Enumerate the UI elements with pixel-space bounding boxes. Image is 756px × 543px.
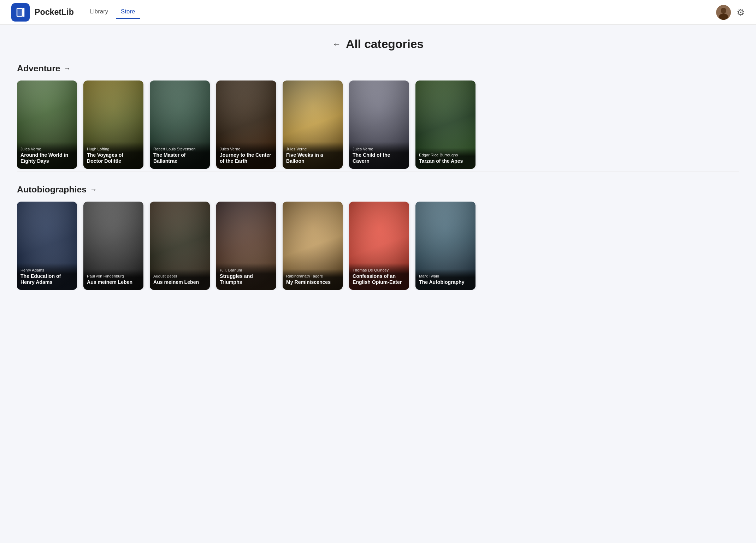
- book-author: Rabindranath Tagore: [286, 274, 339, 278]
- book-title: Tarzan of the Apes: [419, 158, 472, 165]
- category-arrow-autobiographies[interactable]: →: [90, 186, 97, 193]
- book-author: Hugh Lofting: [87, 147, 140, 151]
- app-logo[interactable]: [11, 3, 30, 22]
- book-title: The Master of Ballantrae: [153, 152, 206, 165]
- book-author: P. T. Barnum: [220, 268, 273, 272]
- settings-icon[interactable]: ⚙: [737, 7, 745, 18]
- section-divider: [17, 172, 739, 172]
- book-card[interactable]: Rabindranath TagoreMy Reminiscences: [283, 202, 343, 290]
- category-section-autobiographies: Autobiographies→ Henry AdamsThe Educatio…: [17, 185, 739, 290]
- avatar-image: [716, 5, 731, 20]
- book-title: Around the World in Eighty Days: [20, 152, 73, 165]
- book-author: August Bebel: [153, 274, 206, 278]
- header-right: ⚙: [716, 5, 745, 20]
- books-row-autobiographies: Henry AdamsThe Education of Henry Adams …: [17, 202, 739, 290]
- category-title-autobiographies: Autobiographies: [17, 185, 87, 195]
- back-button[interactable]: ←: [332, 39, 341, 49]
- categories-container: Adventure→ Jules VerneAround the World i…: [17, 64, 739, 290]
- main-nav: Library Store: [85, 5, 140, 19]
- book-title: Five Weeks in a Balloon: [286, 152, 339, 165]
- book-title: Aus meinem Leben: [87, 279, 140, 286]
- book-author: Jules Verne: [20, 147, 73, 151]
- book-author: Henry Adams: [20, 268, 73, 272]
- book-author: Thomas De Quincey: [353, 268, 406, 272]
- category-header-adventure: Adventure→: [17, 64, 739, 73]
- book-author: Jules Verne: [220, 147, 273, 151]
- book-card[interactable]: Jules VerneAround the World in Eighty Da…: [17, 80, 77, 169]
- category-arrow-adventure[interactable]: →: [64, 65, 71, 72]
- book-info-overlay: Jules VerneThe Child of the Cavern: [349, 142, 409, 169]
- book-card[interactable]: Thomas De QuinceyConfessions of an Engli…: [349, 202, 409, 290]
- book-author: Mark Twain: [419, 274, 472, 278]
- book-card[interactable]: Jules VerneJourney to the Center of the …: [216, 80, 276, 169]
- page-header: ← All categories: [17, 37, 739, 51]
- book-card[interactable]: Edgar Rice BurroughsTarzan of the Apes: [415, 80, 476, 169]
- app-name: PocketLib: [35, 7, 74, 17]
- app-header: PocketLib Library Store ⚙: [0, 0, 756, 25]
- book-card[interactable]: Jules VerneFive Weeks in a Balloon: [283, 80, 343, 169]
- book-info-overlay: Thomas De QuinceyConfessions of an Engli…: [349, 263, 409, 290]
- book-info-overlay: Hugh LoftingThe Voyages of Doctor Dolitt…: [83, 142, 143, 169]
- book-author: Jules Verne: [353, 147, 406, 151]
- book-author: Paul von Hindenburg: [87, 274, 140, 278]
- book-info-overlay: P. T. BarnumStruggles and Triumphs: [216, 263, 276, 290]
- book-card[interactable]: Paul von HindenburgAus meinem Leben: [83, 202, 143, 290]
- category-title-adventure: Adventure: [17, 64, 60, 73]
- nav-store[interactable]: Store: [116, 5, 140, 19]
- book-info-overlay: Edgar Rice BurroughsTarzan of the Apes: [415, 148, 476, 169]
- book-card[interactable]: Hugh LoftingThe Voyages of Doctor Dolitt…: [83, 80, 143, 169]
- book-card[interactable]: Jules VerneThe Child of the Cavern: [349, 80, 409, 169]
- book-card[interactable]: Henry AdamsThe Education of Henry Adams: [17, 202, 77, 290]
- page-title: All categories: [346, 37, 424, 51]
- user-avatar[interactable]: [716, 5, 731, 20]
- svg-rect-3: [23, 8, 24, 17]
- category-header-autobiographies: Autobiographies→: [17, 185, 739, 195]
- book-author: Robert Louis Stevenson: [153, 147, 206, 151]
- book-card[interactable]: P. T. BarnumStruggles and Triumphs: [216, 202, 276, 290]
- book-title: The Child of the Cavern: [353, 152, 406, 165]
- svg-point-5: [721, 8, 726, 13]
- book-info-overlay: Robert Louis StevensonThe Master of Ball…: [150, 142, 210, 169]
- book-info-overlay: Paul von HindenburgAus meinem Leben: [83, 269, 143, 290]
- book-info-overlay: August BebelAus meinem Leben: [150, 269, 210, 290]
- book-title: The Voyages of Doctor Dolittle: [87, 152, 140, 165]
- book-title: Confessions of an English Opium-Eater: [353, 273, 406, 286]
- category-section-adventure: Adventure→ Jules VerneAround the World i…: [17, 64, 739, 172]
- book-title: The Education of Henry Adams: [20, 273, 73, 286]
- book-info-overlay: Jules VerneJourney to the Center of the …: [216, 142, 276, 169]
- nav-library[interactable]: Library: [85, 5, 113, 19]
- book-info-overlay: Jules VerneFive Weeks in a Balloon: [283, 142, 343, 169]
- book-author: Edgar Rice Burroughs: [419, 153, 472, 157]
- book-title: Journey to the Center of the Earth: [220, 152, 273, 165]
- book-info-overlay: Henry AdamsThe Education of Henry Adams: [17, 263, 77, 290]
- book-title: The Autobiography: [419, 279, 472, 286]
- book-title: Struggles and Triumphs: [220, 273, 273, 286]
- book-info-overlay: Rabindranath TagoreMy Reminiscences: [283, 269, 343, 290]
- book-author: Jules Verne: [286, 147, 339, 151]
- book-card[interactable]: Robert Louis StevensonThe Master of Ball…: [150, 80, 210, 169]
- main-content: ← All categories Adventure→ Jules VerneA…: [0, 25, 756, 320]
- book-title: Aus meinem Leben: [153, 279, 206, 286]
- book-card[interactable]: Mark TwainThe Autobiography: [415, 202, 476, 290]
- svg-rect-2: [17, 8, 22, 16]
- book-title: My Reminiscences: [286, 279, 339, 286]
- book-info-overlay: Jules VerneAround the World in Eighty Da…: [17, 142, 77, 169]
- books-row-adventure: Jules VerneAround the World in Eighty Da…: [17, 80, 739, 169]
- book-info-overlay: Mark TwainThe Autobiography: [415, 269, 476, 290]
- book-card[interactable]: August BebelAus meinem Leben: [150, 202, 210, 290]
- book-icon: [15, 7, 26, 18]
